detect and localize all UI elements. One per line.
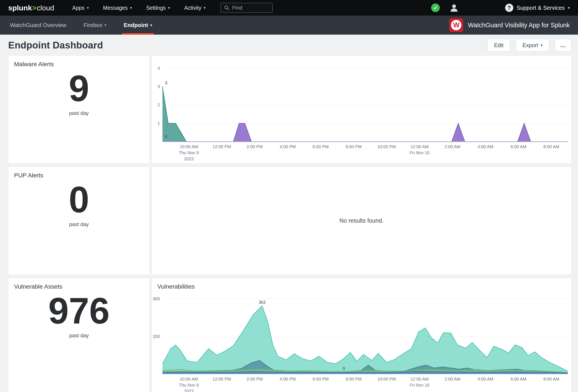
svg-text:8:00 PM: 8:00 PM xyxy=(345,144,361,149)
help-icon: ? xyxy=(505,4,513,12)
dashboard-body: Malware Alerts 9 past day 123410:00 AMTh… xyxy=(0,55,578,392)
svg-text:2:00 PM: 2:00 PM xyxy=(247,144,263,149)
chevron-down-icon: ▾ xyxy=(150,23,152,27)
find-input[interactable] xyxy=(232,4,269,11)
page-title: Endpoint Dashboard xyxy=(8,40,103,51)
menu-messages[interactable]: Messages ▾ xyxy=(96,0,139,16)
app-brand: W WatchGuard Visibility App for Splunk xyxy=(449,18,570,32)
top-menus: Apps ▾ Messages ▾ Settings ▾ Activity ▾ xyxy=(65,0,213,16)
nav-firebox[interactable]: Firebox ▾ xyxy=(82,16,108,35)
svg-text:6:00 AM: 6:00 AM xyxy=(511,144,526,149)
vulnerable-assets-panel: Vulnerable Assets 976 past day xyxy=(8,278,150,392)
menu-settings[interactable]: Settings ▾ xyxy=(139,0,177,16)
user-account-icon[interactable] xyxy=(450,3,458,12)
find-search-box[interactable] xyxy=(220,3,273,13)
svg-text:10:00 PM: 10:00 PM xyxy=(377,144,396,149)
svg-text:10:00 PM: 10:00 PM xyxy=(377,377,396,381)
nav-firebox-label: Firebox xyxy=(84,22,102,29)
svg-text:10:00 AM: 10:00 AM xyxy=(180,377,198,381)
splunk-cloud-app: splunk > cloud Apps ▾ Messages ▾ Setting… xyxy=(0,0,578,392)
nav-endpoint-label: Endpoint xyxy=(124,22,148,29)
svg-text:10:00 AM: 10:00 AM xyxy=(180,144,198,149)
chevron-down-icon: ▾ xyxy=(104,23,106,27)
svg-text:200: 200 xyxy=(153,334,160,339)
splunk-cloud-logo[interactable]: splunk > cloud xyxy=(8,4,54,12)
vulnerable-assets-single-value: 976 past day xyxy=(8,292,149,339)
chevron-down-icon: ▾ xyxy=(568,6,570,10)
watchguard-logo-circle: W xyxy=(451,20,461,30)
chevron-down-icon: ▾ xyxy=(168,6,170,10)
logo-gt-icon: > xyxy=(32,4,37,12)
support-services-menu[interactable]: ? Support & Services ▾ xyxy=(505,4,570,12)
svg-text:4:00 AM: 4:00 AM xyxy=(478,377,493,381)
chevron-down-icon: ▾ xyxy=(130,6,132,10)
svg-text:8:00 PM: 8:00 PM xyxy=(345,377,361,381)
malware-alerts-single-value: 9 past day xyxy=(8,70,149,116)
vulnerabilities-chart: 20040010:00 AMThu Nov 9202312:00 PM2:00 … xyxy=(152,292,571,392)
person-icon xyxy=(450,3,458,12)
menu-activity[interactable]: Activity ▾ xyxy=(177,0,213,16)
edit-button[interactable]: Edit xyxy=(487,39,510,51)
row-pup: PUP Alerts 0 past day No results found. xyxy=(8,167,572,275)
svg-text:2:00 AM: 2:00 AM xyxy=(444,144,460,149)
row-vulnerabilities: Vulnerable Assets 976 past day Vulnerabi… xyxy=(8,278,572,392)
svg-text:12:00 AM: 12:00 AM xyxy=(410,144,429,149)
pup-alerts-caption: past day xyxy=(8,221,149,227)
svg-text:2023: 2023 xyxy=(184,389,194,392)
app-title: WatchGuard Visibility App for Splunk xyxy=(468,22,570,29)
svg-text:4:00 AM: 4:00 AM xyxy=(478,144,493,149)
vulnerabilities-panel: Vulnerabilities 20040010:00 AMThu Nov 92… xyxy=(151,278,572,392)
watchguard-logo-letter: W xyxy=(453,21,459,29)
logo-text-splunk: splunk xyxy=(8,4,32,12)
svg-text:1: 1 xyxy=(157,121,160,126)
no-results-message: No results found. xyxy=(152,167,571,275)
topnav-right: ✓ ? Support & Services ▾ xyxy=(431,3,570,12)
svg-text:3: 3 xyxy=(157,84,160,89)
chevron-down-icon: ▾ xyxy=(204,6,206,10)
svg-text:12:00 PM: 12:00 PM xyxy=(212,377,231,381)
svg-text:3: 3 xyxy=(165,81,167,85)
svg-text:Fri Nov 10: Fri Nov 10 xyxy=(409,383,429,388)
svg-text:12:00 PM: 12:00 PM xyxy=(212,144,231,149)
svg-text:Thu Nov 9: Thu Nov 9 xyxy=(179,150,199,155)
vulnerabilities-title: Vulnerabilities xyxy=(152,278,571,290)
nav-watchguard-overview-label: WatchGuard Overview xyxy=(10,22,66,29)
svg-text:2023: 2023 xyxy=(184,156,194,161)
pup-timeline-panel: No results found. xyxy=(151,167,572,275)
row-malware: Malware Alerts 9 past day 123410:00 AMTh… xyxy=(8,55,572,164)
menu-settings-label: Settings xyxy=(146,5,166,11)
malware-timeline-chart: 123410:00 AMThu Nov 9202312:00 PM2:00 PM… xyxy=(152,56,571,162)
svg-text:8:00 AM: 8:00 AM xyxy=(543,144,559,149)
svg-text:4: 4 xyxy=(157,66,160,71)
svg-text:6:00 PM: 6:00 PM xyxy=(313,377,329,381)
svg-text:Fri Nov 10: Fri Nov 10 xyxy=(409,150,429,155)
logo-text-cloud: cloud xyxy=(37,4,54,12)
more-options-button[interactable]: ... xyxy=(555,39,572,51)
svg-text:0: 0 xyxy=(342,366,345,371)
svg-text:6:00 PM: 6:00 PM xyxy=(313,144,329,149)
menu-messages-label: Messages xyxy=(103,5,128,11)
nav-endpoint[interactable]: Endpoint ▾ xyxy=(122,16,154,35)
pup-alerts-single-value: 0 past day xyxy=(8,181,149,227)
export-button[interactable]: Export ▾ xyxy=(516,39,549,51)
page-header: Endpoint Dashboard Edit Export ▾ ... xyxy=(0,35,578,55)
svg-text:2:00 PM: 2:00 PM xyxy=(247,377,263,381)
svg-text:12:00 AM: 12:00 AM xyxy=(410,377,429,381)
vulnerable-assets-title: Vulnerable Assets xyxy=(8,278,149,290)
support-services-label: Support & Services xyxy=(517,4,565,11)
malware-alerts-caption: past day xyxy=(8,110,149,116)
nav-watchguard-overview[interactable]: WatchGuard Overview xyxy=(8,16,68,35)
svg-text:400: 400 xyxy=(153,296,160,301)
malware-alerts-value: 9 xyxy=(8,70,149,107)
chevron-down-icon: ▾ xyxy=(87,6,89,10)
malware-timeline-panel: 123410:00 AMThu Nov 9202312:00 PM2:00 PM… xyxy=(151,55,572,164)
chevron-down-icon: ▾ xyxy=(541,43,543,48)
health-status-icon[interactable]: ✓ xyxy=(431,3,440,12)
search-icon xyxy=(224,5,230,11)
pup-alerts-panel: PUP Alerts 0 past day xyxy=(8,167,150,275)
svg-text:8:00 AM: 8:00 AM xyxy=(543,377,559,381)
svg-text:Thu Nov 9: Thu Nov 9 xyxy=(179,383,199,388)
menu-apps[interactable]: Apps ▾ xyxy=(65,0,96,16)
app-navigation-bar: WatchGuard Overview Firebox ▾ Endpoint ▾… xyxy=(0,16,578,35)
top-navigation-bar: splunk > cloud Apps ▾ Messages ▾ Setting… xyxy=(0,0,578,16)
